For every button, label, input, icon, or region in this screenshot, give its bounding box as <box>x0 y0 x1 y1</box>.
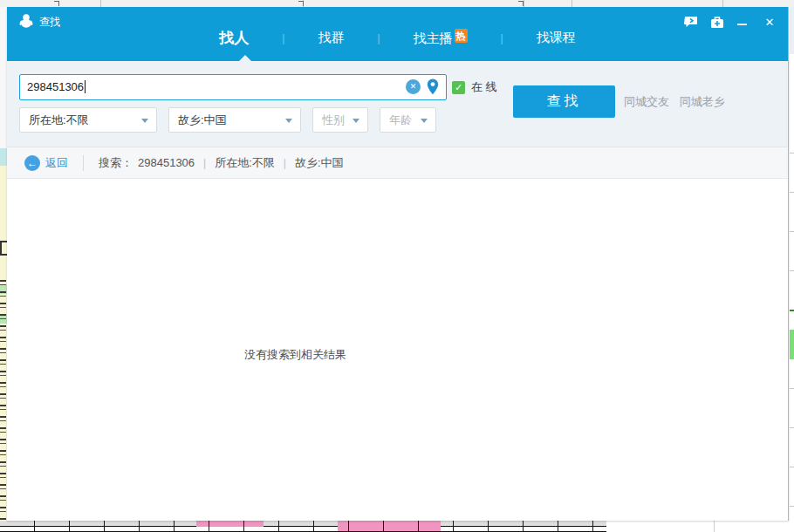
gridlines <box>0 521 606 532</box>
back-button[interactable]: ← 返回 <box>24 155 68 171</box>
divider <box>722 0 723 7</box>
filter-age-dropdown[interactable]: 年龄 <box>380 107 436 133</box>
background-right-strip <box>788 7 794 521</box>
tab-separator: | <box>347 32 409 44</box>
window-fragment <box>518 1 524 6</box>
window-fragment <box>790 7 794 54</box>
search-input-value: 298451306 <box>27 75 86 99</box>
tick <box>790 153 794 153</box>
search-query: 298451306 <box>138 156 195 169</box>
search-summary-bar: ← 返回 搜索： 298451306 | 所在地:不限 | 故乡:中国 <box>7 147 788 179</box>
tab-separator: | <box>471 32 533 44</box>
tick <box>790 192 794 193</box>
search-panel: 298451306 ✕ ✓ 在 线 所在地:不限 故乡:中国 性别 <box>7 61 788 147</box>
scroll-marker <box>790 310 794 311</box>
spreadsheet-fragment <box>0 521 606 532</box>
online-checkbox[interactable]: ✓ 在 线 <box>452 79 497 95</box>
checkbox-check-icon: ✓ <box>452 81 465 94</box>
summary-filter-location: 所在地:不限 <box>215 155 275 171</box>
minimize-button[interactable] <box>734 15 750 29</box>
screen: 查找 ✕ 找人 | 找群 | 找主播热 <box>0 0 794 532</box>
active-tab-pointer <box>239 55 251 61</box>
chevron-down-icon <box>421 119 428 123</box>
tick <box>790 270 794 271</box>
tab-find-groups[interactable]: 找群 <box>314 30 347 46</box>
filter-label: 故乡:中国 <box>178 113 227 126</box>
tab-find-courses[interactable]: 找课程 <box>533 30 579 46</box>
city-links: 同城交友 同城老乡 <box>624 94 732 110</box>
find-window: 查找 ✕ 找人 | 找群 | 找主播热 <box>7 7 789 521</box>
tab-bar: 找人 | 找群 | 找主播热 | 找课程 <box>7 28 788 48</box>
tab-label: 找主播 <box>414 31 453 45</box>
background-bottom-strip <box>0 521 794 532</box>
chevron-down-icon <box>353 119 359 123</box>
tick <box>790 427 794 428</box>
filter-label: 所在地:不限 <box>29 113 89 126</box>
clipped-glyph <box>0 241 7 256</box>
clipped-text-column <box>0 277 6 528</box>
feedback-icon[interactable] <box>683 15 699 29</box>
minimize-glyph <box>737 24 747 25</box>
link-same-city-friends[interactable]: 同城交友 <box>624 95 669 108</box>
search-input[interactable]: 298451306 ✕ <box>19 74 447 100</box>
clear-icon[interactable]: ✕ <box>406 79 421 94</box>
background-left-strip <box>0 7 7 521</box>
window-fragment <box>0 148 7 166</box>
find-button[interactable]: 查找 <box>513 85 615 118</box>
tick <box>790 388 794 389</box>
chevron-down-icon <box>285 119 292 123</box>
close-button[interactable]: ✕ <box>762 15 777 29</box>
divider <box>524 0 524 7</box>
tab-find-people[interactable]: 找人 <box>216 28 252 48</box>
toolbox-icon[interactable] <box>709 15 725 29</box>
tick <box>790 506 794 507</box>
chevron-down-icon <box>141 119 148 123</box>
divider <box>572 0 572 7</box>
back-arrow-icon: ← <box>24 155 40 171</box>
separator: | <box>203 157 206 169</box>
filter-label: 性别 <box>322 113 345 126</box>
filter-location-dropdown[interactable]: 所在地:不限 <box>19 107 157 133</box>
results-area: 没有搜索到相关结果 <box>7 179 788 521</box>
summary-filter-hometown: 故乡:中国 <box>295 155 344 171</box>
filter-hometown-dropdown[interactable]: 故乡:中国 <box>168 107 301 133</box>
back-label: 返回 <box>45 155 68 171</box>
separator: | <box>284 157 286 169</box>
window-fragment <box>54 1 59 6</box>
link-same-city-hometown[interactable]: 同城老乡 <box>680 95 725 108</box>
empty-results-message: 没有搜索到相关结果 <box>244 347 346 363</box>
hot-badge: 热 <box>455 29 468 43</box>
qq-penguin-icon <box>18 13 34 29</box>
divider <box>83 155 84 171</box>
titlebar[interactable]: 查找 ✕ 找人 | 找群 | 找主播热 <box>7 7 788 61</box>
location-pin-icon[interactable] <box>427 78 439 95</box>
search-prefix: 搜索： <box>99 155 133 171</box>
divider <box>100 0 101 7</box>
scroll-thumb[interactable] <box>790 330 794 359</box>
filter-label: 年龄 <box>389 113 412 126</box>
window-fragment <box>298 1 304 6</box>
online-label: 在 线 <box>471 79 497 95</box>
text-caret <box>85 80 86 93</box>
filter-gender-dropdown[interactable]: 性别 <box>312 107 368 133</box>
tick <box>790 467 794 467</box>
tab-separator: | <box>252 32 314 44</box>
tab-find-streamers[interactable]: 找主播热 <box>410 29 471 47</box>
divider <box>714 521 715 532</box>
tick <box>790 231 794 232</box>
